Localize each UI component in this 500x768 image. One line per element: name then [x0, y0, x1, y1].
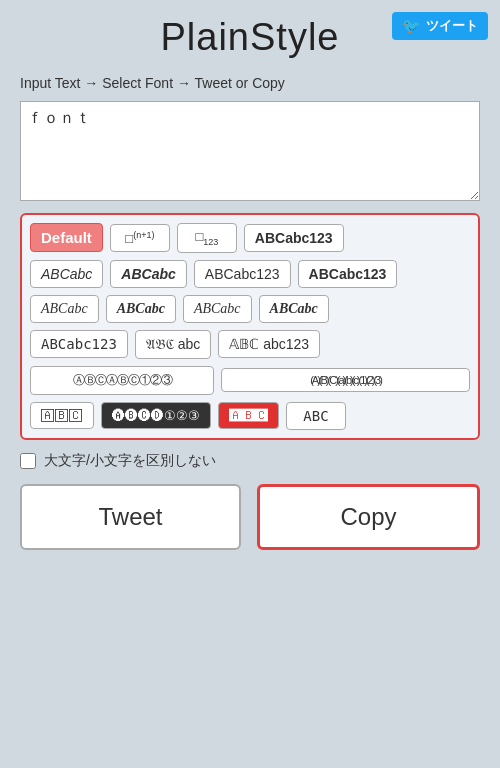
font-neg-circled[interactable]: 🅐🅑🅒🅓①②③	[101, 402, 211, 429]
font-fraktur[interactable]: 𝔄𝔅ℭ abc	[135, 330, 211, 359]
font-serif-bold[interactable]: ABCabc	[106, 295, 176, 323]
font-bold[interactable]: ABCabc123	[244, 224, 344, 252]
font-serif-bold-italic[interactable]: ABCabc	[259, 295, 329, 323]
twitter-icon: 🐦	[402, 17, 421, 35]
font-serif[interactable]: ABCabc	[30, 295, 99, 323]
font-superscript[interactable]: □(n+1)	[110, 224, 170, 252]
tweet-badge-label: ツイート	[426, 17, 478, 35]
font-mono[interactable]: ABCabc123	[30, 330, 128, 358]
font-serif-italic[interactable]: ABCabc	[183, 295, 252, 323]
font-row-2: ABCabc ABCabc ABCabc123 ABCabc123	[30, 260, 470, 288]
text-input[interactable]: ｆｏｎｔ	[20, 101, 480, 201]
font-row-1: Default □(n+1) □123 ABCabc123	[30, 223, 470, 253]
header: 🐦 ツイート PlainStyle	[0, 0, 500, 67]
font-row-6: 🄰🄱🄲 🅐🅑🅒🅓①②③ 🅰🅱🅲 ABC	[30, 402, 470, 430]
font-bold2[interactable]: ABCabc	[110, 260, 186, 288]
font-selector: Default □(n+1) □123 ABCabc123 ABCabc ABC…	[20, 213, 480, 440]
checkbox-label: 大文字/小文字を区別しない	[44, 452, 216, 470]
font-subscript[interactable]: □123	[177, 223, 237, 253]
font-parenthesized[interactable]: (A)(B)(C)(a)(b)(c)(1)(2)(3)	[221, 368, 470, 392]
font-circled[interactable]: ⒶⒷⒸⒶⒷⒸ①②③	[30, 366, 214, 395]
font-row-5: ⒶⒷⒸⒶⒷⒸ①②③ (A)(B)(C)(a)(b)(c)(1)(2)(3)	[30, 366, 470, 395]
font-neg-squared[interactable]: 🅰🅱🅲	[218, 402, 279, 429]
font-default[interactable]: Default	[30, 223, 103, 252]
font-italic[interactable]: ABCabc123	[194, 260, 291, 288]
font-bold-italic[interactable]: ABCabc123	[298, 260, 398, 288]
tweet-button[interactable]: 🐦 ツイート	[392, 12, 488, 40]
font-double[interactable]: 𝔸𝔹ℂ abc123	[218, 330, 320, 358]
action-row: Tweet Copy	[20, 484, 480, 550]
font-plain[interactable]: ABC	[286, 402, 346, 430]
subtitle: Input Text → Select Font → Tweet or Copy	[20, 75, 480, 91]
copy-action-button[interactable]: Copy	[257, 484, 480, 550]
checkbox-row: 大文字/小文字を区別しない	[20, 452, 480, 470]
font-squared[interactable]: 🄰🄱🄲	[30, 402, 94, 429]
case-insensitive-checkbox[interactable]	[20, 453, 36, 469]
font-normal[interactable]: ABCabc	[30, 260, 103, 288]
font-row-3: ABCabc ABCabc ABCabc ABCabc	[30, 295, 470, 323]
tweet-action-button[interactable]: Tweet	[20, 484, 241, 550]
font-row-4: ABCabc123 𝔄𝔅ℭ abc 𝔸𝔹ℂ abc123	[30, 330, 470, 359]
